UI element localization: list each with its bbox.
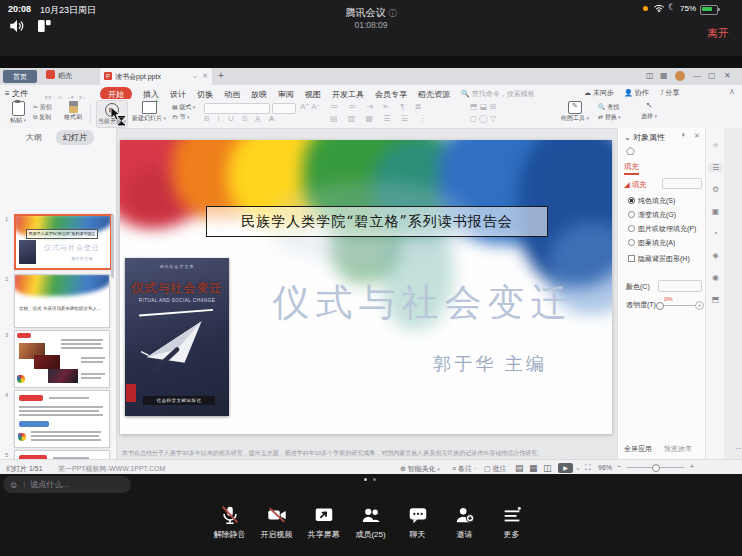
draw-tools-button[interactable]: ✎ 绘图工具 bbox=[560, 101, 590, 123]
split-screen-icon[interactable]: ◫ bbox=[646, 71, 654, 80]
emoji-icon[interactable]: ☺ bbox=[9, 480, 18, 490]
tab-home[interactable]: 首页 bbox=[3, 70, 37, 83]
find-button[interactable]: 🔍 查找 bbox=[598, 103, 619, 112]
slide-author[interactable]: 郭于华 主编 bbox=[375, 352, 605, 376]
format-painter-button[interactable]: 格式刷 bbox=[62, 101, 84, 122]
paste-button[interactable]: 粘贴 bbox=[8, 101, 28, 125]
menu-item-member[interactable]: 会员专享 bbox=[375, 89, 407, 100]
slide-thumbnail-4[interactable] bbox=[14, 390, 110, 448]
slide-heading[interactable]: 仪式与社会变迁 bbox=[238, 278, 608, 328]
beautify-strip-icon[interactable]: ✧ bbox=[706, 141, 725, 150]
thumbnails-scrollbar[interactable] bbox=[111, 214, 114, 278]
settings-strip-icon[interactable]: ⚙ bbox=[706, 185, 725, 194]
section-button[interactable]: 🗀 节 bbox=[172, 113, 190, 122]
menu-item-animation[interactable]: 动画 bbox=[224, 89, 240, 100]
close-panel-icon[interactable]: ✕ bbox=[694, 132, 700, 140]
slides-tab[interactable]: 幻灯片 bbox=[56, 130, 94, 145]
menu-item-devtools[interactable]: 开发工具 bbox=[332, 89, 364, 100]
layout-switch-icon[interactable] bbox=[36, 18, 52, 34]
book-cover[interactable]: 现代社会学文库 仪式与社会变迁 RITUAL AND SOCIAL CHANGE… bbox=[125, 258, 229, 416]
image-strip-icon[interactable]: ◈ bbox=[706, 251, 725, 260]
menu-item-design[interactable]: 设计 bbox=[170, 89, 186, 100]
slide-canvas[interactable]: 民族学人类学院“碧立格”系列读书报告会 仪式与社会变迁 郭于华 主编 现代社会学… bbox=[120, 140, 612, 434]
cut-button[interactable]: ✂ 剪切 bbox=[33, 103, 52, 112]
layout-button[interactable]: ▤ 版式 bbox=[172, 103, 195, 112]
play-caret-icon[interactable]: ⌄ bbox=[575, 464, 581, 472]
share-button[interactable]: ⤴ 分享 bbox=[660, 88, 679, 98]
minimize-icon[interactable]: — bbox=[693, 71, 701, 80]
transparency-slider[interactable]: + bbox=[658, 305, 696, 306]
file-menu[interactable]: ≡ 文件 bbox=[5, 88, 28, 99]
new-tab-button[interactable]: + bbox=[218, 70, 224, 81]
fit-slide-icon[interactable]: ⛶ bbox=[585, 463, 591, 473]
option-pattern-fill[interactable]: 图案填充(A) bbox=[628, 238, 675, 248]
tab-close-icon[interactable]: ✕ bbox=[202, 72, 208, 80]
info-icon[interactable]: ⓘ bbox=[388, 9, 396, 18]
menu-item-docer-res[interactable]: 稻壳资源 bbox=[418, 89, 450, 100]
option-hide-background[interactable]: 隐藏背景图形(H) bbox=[628, 254, 690, 264]
speaker-notes[interactable]: 本书在总结分子人类学30多年以来的相关研究，提出五史观，阐述学科中10多个学案的… bbox=[122, 449, 610, 458]
command-search[interactable]: 🔍 查找命令，搜索模板 bbox=[461, 89, 535, 99]
copy-button[interactable]: ⧉ 复制 bbox=[33, 113, 51, 122]
history-strip-icon[interactable]: ◔ bbox=[706, 229, 725, 238]
start-video-button[interactable]: 开启视频 bbox=[253, 504, 300, 540]
close-window-icon[interactable]: ✕ bbox=[724, 71, 731, 80]
slide-title-box[interactable]: 民族学人类学院“碧立格”系列读书报告会 bbox=[206, 206, 548, 237]
slide-thumbnail-1[interactable]: 民族学人类学院“碧立格”系列读书报告会 仪式与社会变迁 郭于华 主编 bbox=[14, 214, 112, 270]
chat-button[interactable]: 聊天 bbox=[394, 504, 441, 540]
option-gradient-fill[interactable]: 渐变填充(G) bbox=[628, 210, 676, 220]
help-strip-icon[interactable]: ⬒ bbox=[706, 295, 725, 304]
collapse-ribbon-icon[interactable]: ∧ bbox=[729, 87, 735, 96]
tab-docer[interactable]: 稻壳 bbox=[58, 71, 72, 81]
zoom-percent[interactable]: 96% bbox=[598, 464, 612, 471]
slide-thumbnail-3[interactable] bbox=[14, 330, 110, 388]
more-button[interactable]: 更多 bbox=[488, 504, 535, 540]
option-solid-fill[interactable]: 纯色填充(S) bbox=[628, 196, 675, 206]
quick-chat-input[interactable]: ☺ | 说点什么... bbox=[3, 476, 131, 493]
preview-effect-button[interactable]: 预览效果 bbox=[664, 444, 692, 454]
avatar[interactable] bbox=[675, 71, 685, 81]
collaborate-button[interactable]: 👤 协作 bbox=[624, 88, 649, 98]
menu-item-transition[interactable]: 切换 bbox=[197, 89, 213, 100]
restore-icon[interactable]: ▢ bbox=[708, 71, 716, 80]
menu-item-view[interactable]: 视图 bbox=[305, 89, 321, 100]
color-strip-icon[interactable]: ◉ bbox=[706, 273, 725, 282]
normal-view-icon[interactable]: ▤ bbox=[515, 463, 524, 473]
properties-strip-icon[interactable]: ☰ bbox=[708, 163, 723, 172]
menu-item-review[interactable]: 审阅 bbox=[278, 89, 294, 100]
slide-thumbnail-2[interactable]: 学校、仪式·节庆活动及年龄组织文化人类学概述 bbox=[14, 274, 110, 328]
fill-tab[interactable]: 填充 bbox=[624, 162, 639, 175]
tab-caret-icon[interactable]: ⌄ bbox=[192, 72, 198, 80]
invite-button[interactable]: 邀请 bbox=[441, 504, 488, 540]
outline-tab[interactable]: 大纲 bbox=[26, 132, 42, 143]
sorter-view-icon[interactable]: ▦ bbox=[529, 463, 538, 473]
color-dropdown[interactable] bbox=[658, 280, 702, 292]
grid-view-icon[interactable]: ▦ bbox=[660, 71, 668, 80]
option-picture-fill[interactable]: 图片或纹理填充(P) bbox=[628, 224, 696, 234]
unmute-button[interactable]: 解除静音 bbox=[206, 504, 253, 540]
new-slide-button[interactable]: + 新建幻灯片 bbox=[132, 101, 166, 123]
tab-document[interactable]: P 读书会ppt.pptx ⌄ ✕ bbox=[100, 68, 212, 85]
reading-view-icon[interactable]: ◫ bbox=[543, 463, 552, 473]
slideshow-play-button[interactable]: ▶ bbox=[558, 463, 573, 473]
sync-status[interactable]: ☁ 未同步 bbox=[584, 88, 614, 98]
select-button[interactable]: ⭦ 选择 bbox=[636, 101, 662, 121]
apply-all-button[interactable]: 全屏应用 bbox=[624, 444, 652, 454]
zoom-slider[interactable] bbox=[626, 467, 684, 468]
fill-section-header[interactable]: ◢ 填充 bbox=[624, 180, 647, 190]
notes-toggle[interactable]: ≡ 备注 · bbox=[452, 464, 476, 474]
leave-button[interactable]: 离开 bbox=[707, 26, 729, 41]
replace-button[interactable]: ⇄ 替换 bbox=[598, 113, 621, 122]
zoom-out-button[interactable]: − bbox=[617, 463, 621, 470]
template-strip-icon[interactable]: ▣ bbox=[706, 207, 725, 216]
share-screen-button[interactable]: 共享屏幕 bbox=[300, 504, 347, 540]
menu-item-slideshow[interactable]: 放映 bbox=[251, 89, 267, 100]
panel-more-button[interactable]: ⋯ bbox=[735, 444, 742, 453]
fill-preset-dropdown[interactable] bbox=[662, 178, 702, 189]
smart-beautify-button[interactable]: ⊕ 智能美化 bbox=[400, 464, 440, 474]
members-button[interactable]: 成员(25) bbox=[347, 504, 394, 540]
pin-icon[interactable]: 🖈 bbox=[680, 132, 687, 139]
zoom-in-button[interactable]: + bbox=[690, 463, 694, 470]
speaker-icon[interactable] bbox=[8, 17, 26, 35]
comments-toggle[interactable]: ▢ 批注 bbox=[484, 464, 507, 474]
